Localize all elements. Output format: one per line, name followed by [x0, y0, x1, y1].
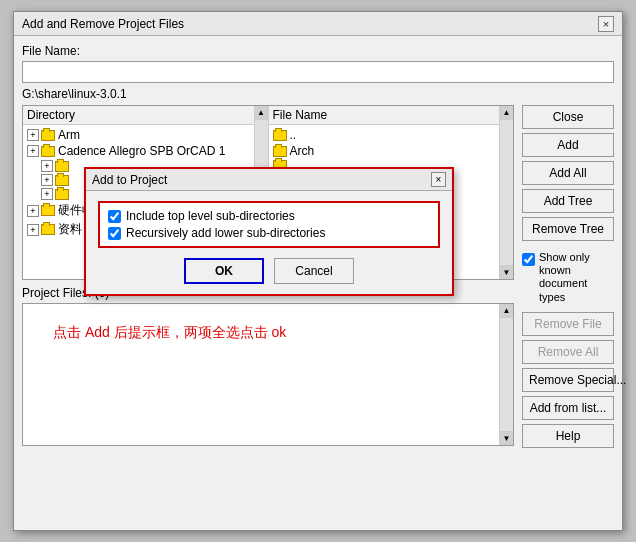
recursively-add-label: Recursively add lower sub-directories [126, 226, 325, 240]
modal-title-bar: Add to Project × [86, 169, 452, 191]
main-dialog: Add and Remove Project Files × File Name… [13, 11, 623, 531]
checkbox2-row: Recursively add lower sub-directories [108, 226, 430, 240]
modal-buttons: OK Cancel [98, 258, 440, 284]
modal-title: Add to Project [92, 173, 167, 187]
modal-cancel-button[interactable]: Cancel [274, 258, 354, 284]
recursively-add-checkbox[interactable] [108, 227, 121, 240]
modal-close-button[interactable]: × [431, 172, 446, 187]
modal-ok-button[interactable]: OK [184, 258, 264, 284]
modal-body: Include top level sub-directories Recurs… [86, 191, 452, 294]
modal-overlay: Add to Project × Include top level sub-d… [14, 12, 622, 530]
checkbox1-row: Include top level sub-directories [108, 209, 430, 223]
modal-checkboxes-box: Include top level sub-directories Recurs… [98, 201, 440, 248]
include-top-level-label: Include top level sub-directories [126, 209, 295, 223]
include-top-level-checkbox[interactable] [108, 210, 121, 223]
add-to-project-dialog: Add to Project × Include top level sub-d… [84, 167, 454, 296]
